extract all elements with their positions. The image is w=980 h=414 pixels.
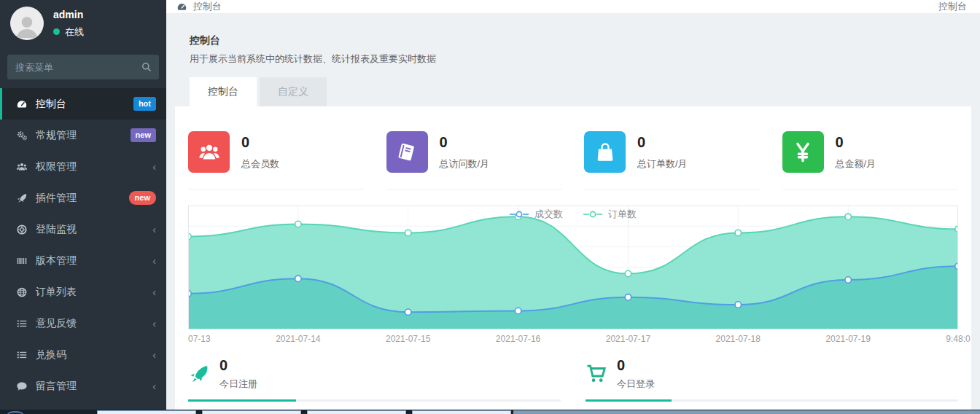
taskbar-window-button[interactable] (513, 410, 980, 414)
rocket-icon (16, 192, 28, 204)
online-status-dot (53, 28, 60, 35)
search-input[interactable] (7, 55, 159, 79)
bag-icon (584, 131, 626, 173)
sidebar-item-label: 控制台 (36, 98, 66, 111)
list-icon (16, 349, 28, 361)
page-description: 用于展示当前系统中的统计数据、统计报表及重要实时数据 (190, 52, 957, 66)
stat-value: 0 (241, 134, 279, 151)
avatar[interactable] (10, 7, 44, 40)
stat-card-总会员数: 0总会员数 (188, 131, 365, 190)
app-root: admin 在线 控制台hot常规管理new权限管理‹插件管理new登陆监视‹版… (0, 0, 980, 414)
sidebar-item-控制台[interactable]: 控制台hot (0, 88, 166, 120)
chart-x-labels: 07-132021-07-142021-07-152021-07-162021-… (188, 334, 958, 348)
chevron-left-icon: ‹ (152, 224, 156, 235)
taskbar-sliver (0, 410, 980, 414)
globe-icon (16, 286, 28, 298)
tab-custom[interactable]: 自定义 (260, 77, 327, 106)
user-info: admin 在线 (53, 9, 84, 39)
stat-label: 今日登录 (617, 378, 655, 391)
stat-progress-bar (188, 399, 561, 402)
stat-progress-fill (188, 399, 296, 402)
stat-card-总金额/月: 0总金额/月 (782, 131, 959, 190)
x-axis-label: 2021-07-18 (716, 334, 761, 344)
stat-label: 总金额/月 (836, 157, 876, 171)
chevron-left-icon: ‹ (152, 256, 156, 266)
sidebar-item-label: 插件管理 (36, 192, 77, 205)
chevron-left-icon: ‹ (152, 350, 156, 360)
stat-label: 总会员数 (241, 157, 279, 171)
sidebar: admin 在线 控制台hot常规管理new权限管理‹插件管理new登陆监视‹版… (0, 0, 166, 414)
sidebar-menu: 控制台hot常规管理new权限管理‹插件管理new登陆监视‹版本管理‹订单列表‹… (0, 88, 166, 414)
legend-item-成交数[interactable]: 成交数 (510, 208, 563, 221)
gauge-icon (16, 98, 28, 110)
taskbar-window-button[interactable] (307, 410, 406, 414)
stat-progress-bar (586, 399, 958, 402)
sidebar-item-label: 兑换码 (36, 348, 66, 362)
stat-card-总访问数/月: 0总访问数/月 (386, 131, 563, 190)
tabs: 控制台 自定义 (190, 77, 957, 106)
barcode-icon (16, 255, 28, 267)
legend-item-订单数[interactable]: 订单数 (583, 208, 637, 221)
tab-console[interactable]: 控制台 (190, 77, 257, 106)
legend-label: 成交数 (534, 208, 563, 221)
chevron-left-icon: ‹ (152, 287, 156, 297)
stats-row: 0总会员数0总访问数/月0总订单数/月0总金额/月 (188, 131, 958, 190)
stat-value: 0 (440, 134, 490, 151)
stat-value: 0 (219, 357, 257, 374)
sidebar-item-版本管理[interactable]: 版本管理‹ (0, 245, 166, 276)
chart-legend: 成交数订单数 (188, 208, 958, 221)
dashboard-icon (176, 1, 187, 12)
sidebar-item-label: 权限管理 (36, 160, 77, 173)
group-icon (188, 131, 230, 173)
panel-heading: 控制台 用于展示当前系统中的统计数据、统计报表及重要实时数据 控制台 自定义 (175, 23, 971, 106)
sidebar-item-label: 常规管理 (36, 129, 77, 142)
menu-badge: new (131, 128, 156, 141)
breadcrumb-label: 控制台 (193, 0, 222, 13)
page-title: 控制台 (190, 34, 957, 47)
stat-label: 总访问数/月 (440, 157, 490, 171)
stat-value: 0 (836, 134, 876, 151)
trend-chart-svg (188, 206, 958, 329)
taskbar-window-button[interactable] (412, 410, 511, 414)
cogs-icon (16, 130, 28, 141)
user-status: 在线 (53, 26, 84, 39)
sidebar-item-label: 登陆监视 (36, 223, 77, 236)
menu-badge: hot (133, 97, 156, 110)
user-name: admin (53, 9, 84, 20)
stat-card-总订单数/月: 0总订单数/月 (584, 131, 761, 190)
bottom-stat-今日注册: 0今日注册 (188, 357, 561, 402)
sidebar-item-权限管理[interactable]: 权限管理‹ (0, 151, 166, 182)
user-status-label: 在线 (65, 26, 84, 39)
main-column: 控制台 控制台 控制台 用于展示当前系统中的统计数据、统计报表及重要实时数据 控… (166, 0, 980, 414)
x-axis-label: 2021-07-17 (606, 334, 650, 344)
topbar-right-link[interactable]: 控制台 (938, 0, 967, 13)
stat-value: 0 (637, 134, 688, 151)
sidebar-item-常规管理[interactable]: 常规管理new (0, 120, 166, 151)
sidebar-item-插件管理[interactable]: 插件管理new (0, 182, 166, 214)
sidebar-item-兑换码[interactable]: 兑换码‹ (0, 339, 166, 370)
sidebar-item-登陆监视[interactable]: 登陆监视‹ (0, 214, 166, 245)
sidebar-item-订单列表[interactable]: 订单列表‹ (0, 276, 166, 308)
x-axis-label: 2021-07-15 (386, 334, 430, 344)
sidebar-item-label: 留言管理 (36, 380, 77, 393)
taskbar-window-button[interactable] (202, 410, 301, 414)
legend-marker-icon (510, 211, 529, 218)
users-icon (16, 161, 28, 173)
taskbar-window-button[interactable] (97, 410, 196, 414)
sidebar-item-留言管理[interactable]: 留言管理‹ (0, 370, 166, 402)
search-icon[interactable] (141, 61, 152, 73)
x-axis-label: 07-13 (188, 334, 211, 344)
bottom-stats-row: 0今日注册0今日登录 (188, 357, 958, 402)
x-axis-label: 2021-07-14 (276, 334, 320, 344)
breadcrumb[interactable]: 控制台 (176, 0, 222, 13)
x-axis-label: 2021-07-16 (496, 334, 540, 344)
stat-progress-fill (586, 399, 672, 402)
chevron-left-icon: ‹ (152, 381, 156, 391)
sidebar-item-意见反馈[interactable]: 意见反馈‹ (0, 308, 166, 339)
book-icon (386, 131, 428, 173)
stat-value: 0 (617, 357, 655, 374)
chevron-left-icon: ‹ (152, 319, 156, 329)
trend-chart: 成交数订单数 07-132021-07-142021-07-152021-07-… (188, 206, 958, 348)
menu-search (7, 55, 159, 79)
yen-icon (782, 131, 824, 173)
